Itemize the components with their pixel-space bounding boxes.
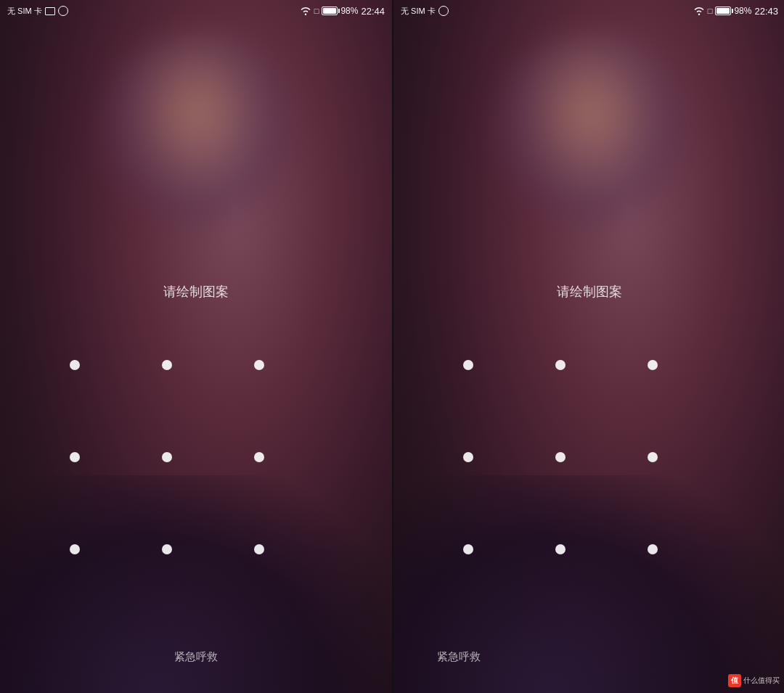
pattern-dot-7[interactable] [70, 544, 80, 554]
pattern-dot-container [29, 411, 121, 504]
watermark: 值 什么值得买 [728, 674, 780, 687]
battery-icon-right [715, 7, 731, 15]
pattern-dot-8[interactable] [162, 544, 172, 554]
pattern-dot-9[interactable] [254, 544, 264, 554]
pattern-dot-6[interactable] [254, 452, 264, 462]
left-lock-prompt: 请绘制图案 [0, 283, 392, 300]
right-emergency-button[interactable]: 紧急呼救 [437, 650, 481, 664]
battery-icon [322, 7, 338, 15]
no-sim-icon: 无 SIM 卡 [7, 6, 42, 17]
r-pattern-dot-8[interactable] [555, 544, 565, 554]
r-pattern-dot-4[interactable] [463, 452, 473, 462]
screen-icon: □ [314, 7, 319, 15]
left-emergency-button[interactable]: 紧急呼救 [0, 650, 392, 664]
pattern-dot-container-r [606, 319, 698, 411]
left-time: 22:44 [361, 6, 385, 17]
r-pattern-dot-3[interactable] [648, 360, 658, 370]
image-icon [45, 7, 55, 15]
pattern-dot-container-r [422, 503, 515, 595]
pattern-dot-container-r [606, 503, 698, 595]
pattern-dot-container [29, 503, 121, 595]
wifi-icon-right [693, 7, 705, 15]
right-lock-prompt: 请绘制图案 [393, 283, 784, 300]
pattern-dot-container [121, 319, 213, 411]
left-pattern-grid[interactable] [29, 319, 305, 595]
right-battery-percent: 98% [734, 6, 751, 16]
pattern-dot-5[interactable] [162, 452, 172, 462]
r-pattern-dot-1[interactable] [463, 360, 473, 370]
r-pattern-dot-7[interactable] [463, 544, 473, 554]
pattern-dot-container-r [606, 411, 698, 504]
watermark-text: 什么值得买 [743, 676, 780, 686]
pattern-dot-container-r [422, 319, 515, 411]
left-phone-screen: 无 SIM 卡 □ 98% 22:44 请绘制图案 [0, 0, 392, 693]
pattern-dot-container [213, 411, 305, 504]
left-status-right: □ 98% 22:44 [300, 6, 385, 17]
pattern-dot-container [213, 319, 305, 411]
r-pattern-dot-6[interactable] [648, 452, 658, 462]
pattern-dot-container-r [515, 411, 607, 504]
pattern-dot-container-r [422, 411, 515, 504]
r-pattern-dot-2[interactable] [555, 360, 565, 370]
left-status-left: 无 SIM 卡 [7, 6, 68, 17]
r-pattern-dot-5[interactable] [555, 452, 565, 462]
pattern-dot-1[interactable] [70, 360, 80, 370]
pattern-dot-3[interactable] [254, 360, 264, 370]
left-battery-percent: 98% [340, 6, 358, 16]
pattern-dot-container-r [515, 503, 607, 595]
r-pattern-dot-9[interactable] [648, 544, 658, 554]
alarm-icon-right [438, 6, 449, 16]
pattern-dot-container [121, 503, 213, 595]
pattern-dot-container [29, 319, 121, 411]
pattern-dot-2[interactable] [162, 360, 172, 370]
alarm-icon [58, 6, 68, 16]
right-pattern-grid[interactable] [422, 319, 698, 595]
right-status-left: 无 SIM 卡 [401, 6, 449, 17]
pattern-dot-container [213, 503, 305, 595]
watermark-badge: 值 [728, 674, 741, 687]
left-status-bar: 无 SIM 卡 □ 98% 22:44 [0, 0, 392, 22]
right-time: 22:43 [754, 6, 778, 17]
right-phone-screen: 无 SIM 卡 □ 98% 22:43 请绘制图案 [393, 0, 784, 693]
wifi-icon [300, 7, 311, 15]
screen-icon-right: □ [708, 7, 713, 15]
pattern-dot-container-r [515, 319, 607, 411]
no-sim-text: 无 SIM 卡 [401, 6, 436, 17]
right-status-bar: 无 SIM 卡 □ 98% 22:43 [393, 0, 784, 22]
pattern-dot-4[interactable] [70, 452, 80, 462]
right-status-right: □ 98% 22:43 [693, 6, 778, 17]
pattern-dot-container [121, 411, 213, 504]
